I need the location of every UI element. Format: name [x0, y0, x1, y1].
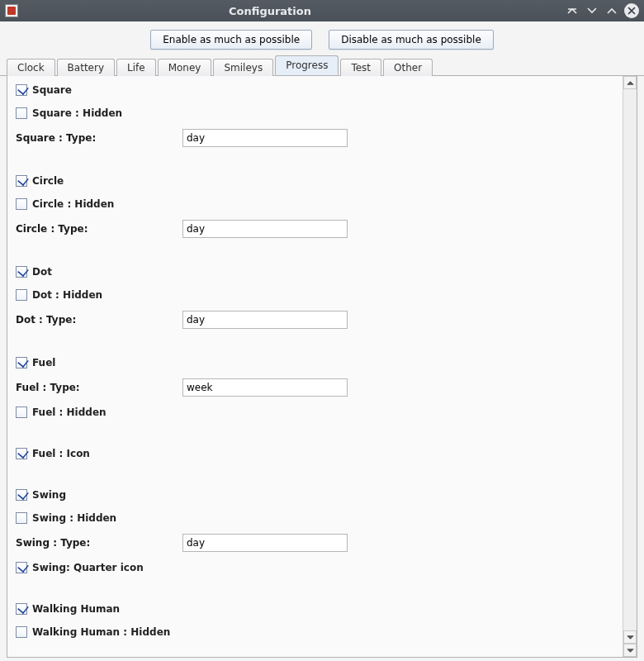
label-fuel-type: Fuel : Type:: [16, 382, 182, 393]
label-walking-human: Walking Human: [32, 603, 120, 615]
label-walking-human-hidden: Walking Human : Hidden: [32, 626, 170, 638]
tab-panel: Square Square : Hidden Square : Type: Ci…: [7, 76, 637, 658]
title-bar: Configuration: [0, 0, 644, 21]
checkbox-circle-hidden[interactable]: [16, 198, 27, 210]
tab-money[interactable]: Money: [158, 59, 212, 76]
checkbox-swing-quarter[interactable]: [16, 562, 27, 573]
scroll-down-icon[interactable]: [623, 630, 637, 644]
checkbox-swing[interactable]: [16, 489, 27, 501]
label-fuel: Fuel: [32, 357, 55, 369]
checkbox-square-hidden[interactable]: [16, 107, 27, 119]
scrollbar-track[interactable]: [623, 89, 637, 630]
checkbox-walking-human[interactable]: [16, 603, 27, 615]
panel-scrollbar[interactable]: [623, 76, 637, 657]
label-dot: Dot: [32, 266, 52, 278]
tab-life[interactable]: Life: [116, 59, 156, 76]
tab-smileys[interactable]: Smileys: [213, 59, 273, 76]
label-circle: Circle: [32, 175, 64, 187]
client-area: Enable as much as possible Disable as mu…: [0, 21, 644, 661]
label-fuel-icon: Fuel : Icon: [32, 448, 90, 459]
checkbox-dot[interactable]: [16, 266, 27, 278]
label-swing: Swing: [32, 489, 66, 501]
input-dot-type[interactable]: [182, 311, 348, 329]
scroll-down-secondary-icon[interactable]: [623, 644, 637, 657]
disable-all-button[interactable]: Disable as much as possible: [329, 30, 494, 50]
label-swing-quarter: Swing: Quarter icon: [32, 562, 144, 573]
checkbox-fuel-icon[interactable]: [16, 448, 27, 459]
checkbox-dot-hidden[interactable]: [16, 289, 27, 301]
close-icon[interactable]: [624, 3, 639, 18]
label-circle-type: Circle : Type:: [16, 223, 182, 235]
input-square-type[interactable]: [182, 129, 348, 147]
label-swing-hidden: Swing : Hidden: [32, 512, 116, 524]
checkbox-circle[interactable]: [16, 175, 27, 187]
checkbox-fuel-hidden[interactable]: [16, 407, 27, 418]
tab-battery[interactable]: Battery: [57, 59, 115, 76]
rollup-icon[interactable]: [565, 3, 580, 18]
tab-strip: Clock Battery Life Money Smileys Progres…: [0, 56, 644, 76]
enable-all-button[interactable]: Enable as much as possible: [150, 30, 312, 50]
minimize-icon[interactable]: [585, 3, 599, 18]
window-title: Configuration: [0, 5, 565, 17]
panel-body: Square Square : Hidden Square : Type: Ci…: [7, 76, 623, 657]
window-sys-icon[interactable]: [5, 4, 18, 17]
tab-progress[interactable]: Progress: [275, 55, 339, 75]
label-circle-hidden: Circle : Hidden: [32, 198, 114, 210]
scroll-up-icon[interactable]: [623, 76, 637, 89]
label-square-type: Square : Type:: [16, 132, 182, 144]
window-buttons: [565, 3, 639, 18]
input-swing-type[interactable]: [182, 534, 348, 552]
tab-other[interactable]: Other: [383, 59, 433, 76]
input-fuel-type[interactable]: [182, 378, 348, 397]
label-square-hidden: Square : Hidden: [32, 107, 122, 119]
checkbox-square[interactable]: [16, 84, 27, 96]
tab-test[interactable]: Test: [340, 59, 381, 76]
label-square: Square: [32, 84, 72, 96]
label-swing-type: Swing : Type:: [16, 537, 182, 549]
maximize-icon[interactable]: [604, 3, 619, 18]
tab-clock[interactable]: Clock: [7, 59, 55, 76]
label-dot-type: Dot : Type:: [16, 314, 182, 326]
checkbox-swing-hidden[interactable]: [16, 512, 27, 524]
label-dot-hidden: Dot : Hidden: [32, 289, 102, 301]
checkbox-fuel[interactable]: [16, 357, 27, 369]
label-fuel-hidden: Fuel : Hidden: [32, 407, 107, 418]
checkbox-walking-human-hidden[interactable]: [16, 626, 27, 638]
input-circle-type[interactable]: [182, 220, 348, 238]
bulk-action-bar: Enable as much as possible Disable as mu…: [0, 21, 644, 56]
